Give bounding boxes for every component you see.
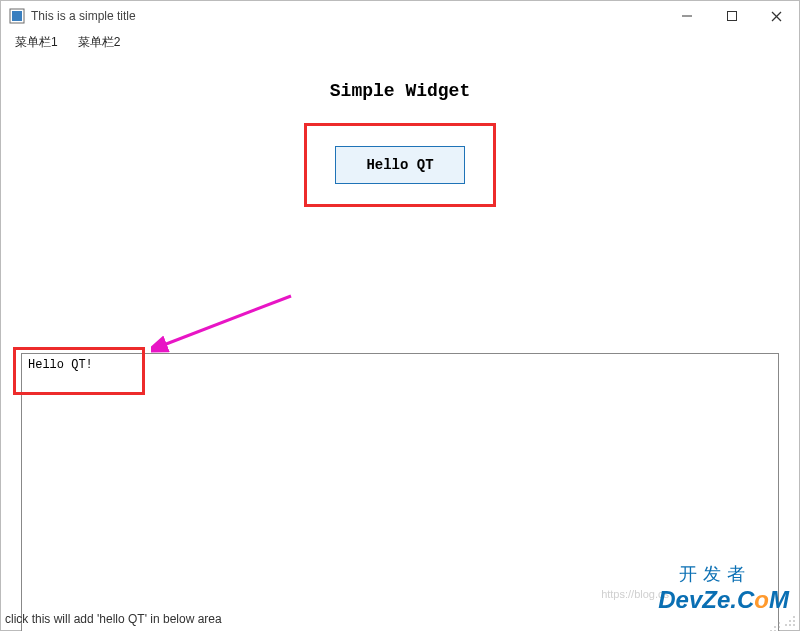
annotation-box-button: Hello QT xyxy=(304,123,496,207)
page-title: Simple Widget xyxy=(330,81,470,101)
window-title: This is a simple title xyxy=(31,9,664,23)
svg-point-14 xyxy=(789,620,791,622)
svg-point-18 xyxy=(793,624,795,626)
content-area: Simple Widget Hello QT Hello QT! xyxy=(1,53,799,608)
svg-rect-1 xyxy=(12,11,22,21)
close-button[interactable] xyxy=(754,1,799,31)
titlebar: This is a simple title xyxy=(1,1,799,31)
minimize-button[interactable] xyxy=(664,1,709,31)
app-icon xyxy=(9,8,25,24)
svg-line-6 xyxy=(161,296,291,346)
hello-qt-button[interactable]: Hello QT xyxy=(335,146,465,184)
svg-point-16 xyxy=(785,624,787,626)
menu-item-2[interactable]: 菜单栏2 xyxy=(70,32,129,53)
svg-point-13 xyxy=(793,616,795,618)
svg-rect-3 xyxy=(727,12,736,21)
maximize-button[interactable] xyxy=(709,1,754,31)
statusbar: click this will add 'hello QT' in below … xyxy=(1,608,799,630)
svg-point-17 xyxy=(789,624,791,626)
annotation-arrow-icon xyxy=(151,288,301,358)
window-controls xyxy=(664,1,799,31)
textarea-content: Hello QT! xyxy=(28,358,93,372)
app-window: This is a simple title 菜单栏1 菜单栏2 Simple … xyxy=(0,0,800,631)
menubar: 菜单栏1 菜单栏2 xyxy=(1,31,799,53)
svg-point-15 xyxy=(793,620,795,622)
menu-item-1[interactable]: 菜单栏1 xyxy=(7,32,66,53)
status-text: click this will add 'hello QT' in below … xyxy=(5,612,222,626)
output-textarea[interactable]: Hello QT! xyxy=(21,353,779,631)
window-resize-grip-icon xyxy=(783,614,797,628)
